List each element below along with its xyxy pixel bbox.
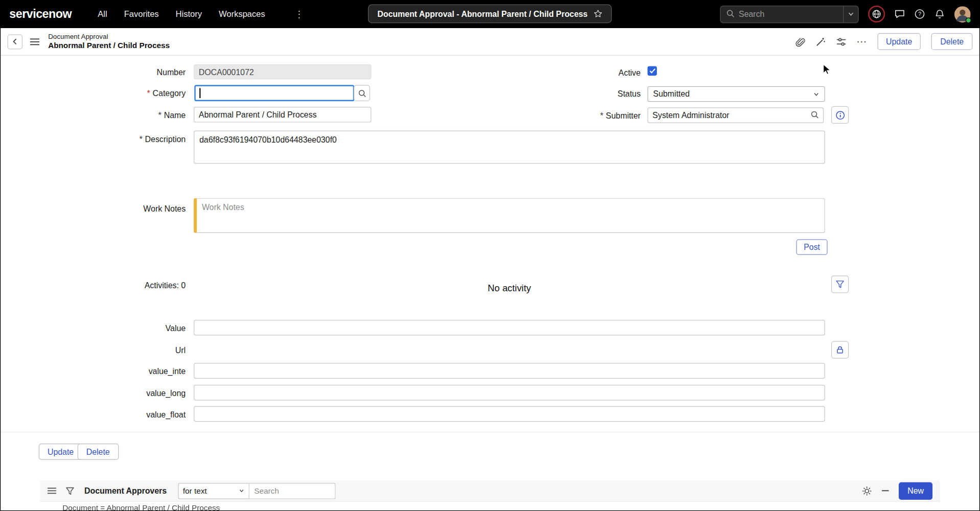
related-list-search-input[interactable] xyxy=(249,482,335,499)
related-list-condition[interactable]: Document = Abnormal Parent / Child Proce… xyxy=(62,503,220,511)
top-nav: servicenow All Favorites History Workspa… xyxy=(0,0,980,28)
value-long-label: value_long xyxy=(23,388,186,399)
servicenow-logo[interactable]: servicenow xyxy=(9,7,72,21)
work-notes-label: Work Notes xyxy=(23,204,186,215)
nav-item-favorites[interactable]: Favorites xyxy=(124,9,159,18)
active-checkbox[interactable] xyxy=(648,66,657,76)
check-icon xyxy=(649,68,655,74)
primary-nav: All Favorites History Workspaces ⋮ xyxy=(98,9,304,20)
section-divider xyxy=(0,432,980,432)
category-lookup-button[interactable] xyxy=(354,85,370,101)
related-list-search-field-value: for text xyxy=(183,486,207,495)
related-list-filter-icon[interactable] xyxy=(65,486,74,495)
nav-item-history[interactable]: History xyxy=(176,9,202,18)
related-list-actions: New xyxy=(862,482,932,499)
context-pill-label: Document Approval - Abnormal Parent / Ch… xyxy=(377,9,587,18)
nav-item-all[interactable]: All xyxy=(98,9,107,18)
url-label: Url xyxy=(23,345,186,356)
submitter-preview-button[interactable] xyxy=(831,106,849,124)
value-float-input[interactable] xyxy=(194,406,825,422)
help-icon: ? xyxy=(915,9,925,19)
footer-update-button[interactable]: Update xyxy=(39,444,82,460)
related-list-new-button[interactable]: New xyxy=(899,482,932,499)
related-list-collapse-button[interactable] xyxy=(881,486,890,495)
notifications-button[interactable] xyxy=(935,9,945,19)
related-list-header: Document Approvers for text New xyxy=(40,480,940,502)
value-label: Value xyxy=(23,323,186,334)
name-input[interactable] xyxy=(194,107,371,123)
context-pill[interactable]: Document Approval - Abnormal Parent / Ch… xyxy=(368,5,612,24)
related-list-search-field-select[interactable]: for text xyxy=(178,482,249,499)
help-button[interactable]: ? xyxy=(915,9,925,19)
global-search-input[interactable] xyxy=(739,9,843,18)
required-marker: * xyxy=(147,89,150,98)
value-long-input[interactable] xyxy=(194,385,825,401)
paperclip-icon xyxy=(794,37,805,47)
page-title: Document Approval Abnormal Parent / Chil… xyxy=(48,32,170,51)
update-button[interactable]: Update xyxy=(877,33,921,50)
chevron-down-icon xyxy=(813,91,819,97)
wand-icon xyxy=(815,37,826,47)
sliders-icon xyxy=(836,37,846,47)
required-marker: * xyxy=(600,111,603,121)
form-context-menu-icon[interactable] xyxy=(30,38,39,45)
attachments-button[interactable] xyxy=(794,37,805,47)
nav-more-icon[interactable]: ⋮ xyxy=(294,9,304,20)
submitter-lookup-icon[interactable] xyxy=(811,110,819,121)
description-label: *Description xyxy=(23,134,186,145)
record-type-label: Document Approval xyxy=(48,32,170,41)
global-search[interactable] xyxy=(720,5,858,22)
category-input[interactable] xyxy=(194,85,354,101)
globe-button[interactable] xyxy=(868,6,885,22)
favorite-star-icon[interactable] xyxy=(594,9,603,18)
description-input[interactable]: da6f8c93f6194070b10d64483ee030f0 xyxy=(194,131,825,164)
search-scope-chevron-down-icon[interactable] xyxy=(844,11,858,17)
user-avatar[interactable] xyxy=(954,6,971,22)
activity-filter-button[interactable] xyxy=(831,275,849,293)
app-window: servicenow All Favorites History Workspa… xyxy=(0,0,980,511)
name-label: *Name xyxy=(23,110,186,121)
presence-indicator xyxy=(966,17,971,23)
status-label: Status xyxy=(478,89,641,100)
value-inte-label: value_inte xyxy=(23,366,186,377)
number-input[interactable] xyxy=(194,64,371,79)
required-marker: * xyxy=(140,134,143,144)
active-label: Active xyxy=(478,67,641,78)
chevron-left-icon xyxy=(12,38,18,45)
value-inte-input[interactable] xyxy=(194,363,825,379)
status-select[interactable]: Submitted xyxy=(648,86,825,102)
no-activity-text: No activity xyxy=(194,283,825,293)
footer-delete-button[interactable]: Delete xyxy=(78,444,119,460)
required-marker: * xyxy=(158,110,162,120)
chat-button[interactable] xyxy=(894,9,905,19)
globe-icon xyxy=(872,9,881,18)
back-button[interactable] xyxy=(8,34,22,49)
nav-item-workspaces[interactable]: Workspaces xyxy=(219,9,265,18)
personalize-form-button[interactable] xyxy=(836,37,846,47)
value-input[interactable] xyxy=(194,320,825,336)
form-header-actions: ⋯ Update Delete xyxy=(794,33,972,50)
delete-button[interactable]: Delete xyxy=(931,33,972,50)
chat-icon xyxy=(894,9,905,19)
work-notes-input[interactable] xyxy=(194,198,825,233)
activities-label: Activities: 0 xyxy=(23,280,186,291)
wand-button[interactable] xyxy=(815,37,826,47)
funnel-icon xyxy=(65,486,74,495)
more-actions-icon[interactable]: ⋯ xyxy=(857,38,867,44)
submitter-input[interactable] xyxy=(648,107,824,123)
value-float-label: value_float xyxy=(23,409,186,420)
category-label: *Category xyxy=(23,88,186,99)
related-list-settings-button[interactable] xyxy=(862,486,872,496)
related-list-title: Document Approvers xyxy=(84,486,167,495)
info-icon xyxy=(835,110,845,120)
search-icon xyxy=(358,89,366,97)
text-caret xyxy=(199,88,200,98)
related-list-context-menu-icon[interactable] xyxy=(48,487,56,494)
lock-icon xyxy=(836,345,845,354)
funnel-icon xyxy=(836,280,845,289)
status-value: Submitted xyxy=(653,89,690,99)
mouse-cursor xyxy=(823,64,831,78)
url-lock-button[interactable] xyxy=(831,341,849,359)
svg-text:?: ? xyxy=(918,11,921,17)
post-button[interactable]: Post xyxy=(796,239,828,255)
